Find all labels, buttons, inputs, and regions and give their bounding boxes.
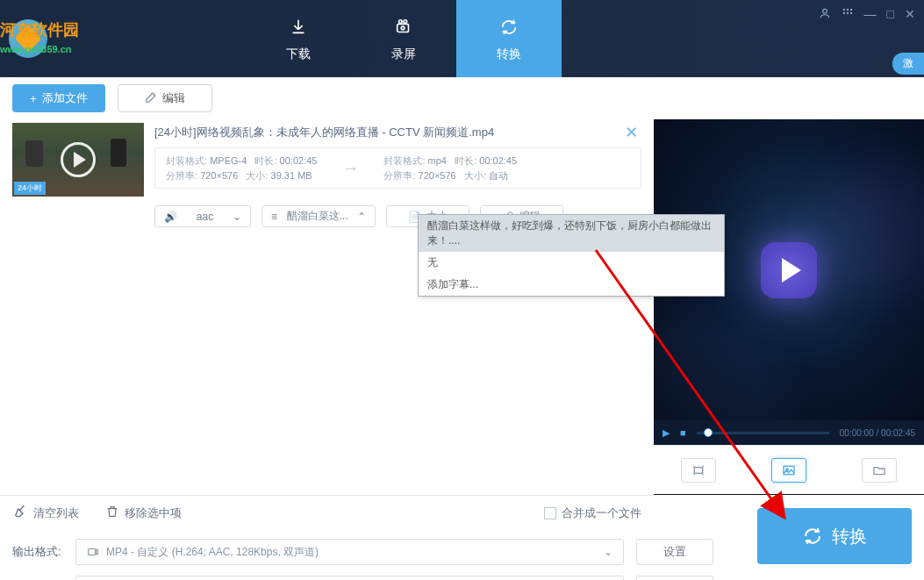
dest-meta: 封装格式: mp4 时长: 00:02:45 分辨率: 720×576 大小: … <box>383 154 517 183</box>
remove-selected-button[interactable]: 移除选中项 <box>105 505 182 521</box>
window-controls: — □ ✕ <box>819 7 915 22</box>
subtitle-dropdown-panel: 醋溜白菜这样做，好吃到爆，还特别下饭，厨房小白都能做出来！.... 无 添加字幕… <box>418 214 725 297</box>
play-overlay-icon <box>61 142 96 177</box>
tab-record-label: 录屏 <box>391 47 416 62</box>
minimize-icon[interactable]: — <box>864 7 877 22</box>
broom-icon <box>12 504 28 522</box>
progress-bar[interactable] <box>697 432 829 434</box>
list-footer: 清空列表 移除选中项 合并成一个文件 <box>0 495 654 530</box>
svg-rect-0 <box>398 24 409 32</box>
svg-point-7 <box>849 9 851 11</box>
arrow-right-icon: → <box>341 158 359 178</box>
svg-point-2 <box>404 19 407 23</box>
toolbar: + 添加文件 编辑 <box>0 77 924 119</box>
svg-point-8 <box>842 12 844 14</box>
player-controls: ▶ ■ 00:00:00 / 00:02:45 <box>654 420 924 445</box>
edit-button[interactable]: 编辑 <box>118 84 212 112</box>
svg-point-5 <box>842 9 844 11</box>
dropdown-option[interactable]: 醋溜白菜这样做，好吃到爆，还特别下饭，厨房小白都能做出来！.... <box>419 215 724 252</box>
refresh-icon <box>802 526 823 547</box>
open-button[interactable]: 打开 <box>636 576 713 580</box>
file-item[interactable]: 24小时 [24小时]网络视频乱象：未成年人的网络直播 - CCTV 新闻频道.… <box>12 123 641 197</box>
svg-point-4 <box>822 9 827 13</box>
fullscreen-button[interactable] <box>681 458 716 483</box>
subtitle-dropdown[interactable]: ≡ 醋溜白菜这... ⌃ <box>261 205 376 227</box>
tab-download[interactable]: 下载 <box>246 0 351 77</box>
preview-panel: ▶ ■ 00:00:00 / 00:02:45 <box>654 119 924 495</box>
svg-point-1 <box>399 19 403 23</box>
video-icon <box>87 546 99 558</box>
settings-button[interactable]: 设置 <box>636 539 713 565</box>
watermark-line2: www.pc0359.cn <box>0 44 72 54</box>
clear-list-button[interactable]: 清空列表 <box>12 504 79 522</box>
stop-button[interactable]: ■ <box>680 427 686 438</box>
file-list: 24小时 [24小时]网络视频乱象：未成年人的网络直播 - CCTV 新闻频道.… <box>0 119 654 495</box>
chevron-down-icon: ⌄ <box>233 211 241 223</box>
menu-icon[interactable] <box>842 7 854 22</box>
edit-label: 编辑 <box>162 90 185 106</box>
wand-icon <box>145 91 157 106</box>
play-button[interactable]: ▶ <box>663 427 670 439</box>
tab-convert-label: 转换 <box>497 47 521 62</box>
user-icon[interactable] <box>819 7 831 22</box>
nav-tabs: 下载 录屏 转换 <box>246 0 562 77</box>
record-icon <box>394 16 413 43</box>
logo-area: 河东软件园 www.pc0359.cn <box>0 19 158 58</box>
svg-rect-11 <box>695 467 703 473</box>
watermark-line1: 河东软件园 <box>0 21 79 39</box>
time-display: 00:00:00 / 00:02:45 <box>840 428 915 438</box>
video-thumbnail[interactable]: 24小时 <box>12 123 144 197</box>
tab-download-label: 下载 <box>286 47 311 62</box>
convert-button[interactable]: 转换 <box>757 508 912 564</box>
source-meta: 封装格式: MPEG-4 时长: 00:02:45 分辨率: 720×576 大… <box>166 154 317 183</box>
svg-point-10 <box>849 12 851 14</box>
chevron-up-icon: ⌃ <box>357 211 366 223</box>
dropdown-option[interactable]: 无 <box>419 252 724 274</box>
output-format-label: 输出格式: <box>12 544 63 560</box>
thumb-label: 24小时 <box>14 182 46 195</box>
svg-point-9 <box>846 12 848 14</box>
content-area: 24小时 [24小时]网络视频乱象：未成年人的网络直播 - CCTV 新闻频道.… <box>0 119 924 495</box>
preview-play-icon <box>761 242 817 298</box>
add-file-label: 添加文件 <box>42 90 88 106</box>
plus-icon: + <box>30 92 37 105</box>
output-dir-input[interactable]: D:\tools\桌面\文件 <box>75 576 624 580</box>
tab-convert[interactable]: 转换 <box>456 0 562 77</box>
output-format-select[interactable]: MP4 - 自定义 (H.264; AAC, 128Kbps, 双声道) ⌄ <box>75 539 624 565</box>
download-icon <box>289 16 308 43</box>
close-icon[interactable]: ✕ <box>905 7 915 22</box>
add-file-button[interactable]: + 添加文件 <box>12 84 105 112</box>
preview-tools <box>654 445 924 494</box>
folder-button[interactable] <box>862 458 897 483</box>
file-info: [24小时]网络视频乱象：未成年人的网络直播 - CCTV 新闻频道.mp4 封… <box>154 123 641 197</box>
trash-icon <box>105 505 119 521</box>
maximize-icon[interactable]: □ <box>887 7 894 22</box>
file-meta: 封装格式: MPEG-4 时长: 00:02:45 分辨率: 720×576 大… <box>154 147 641 189</box>
tab-record[interactable]: 录屏 <box>351 0 456 77</box>
subtitle-icon: ≡ <box>271 211 277 223</box>
audio-dropdown[interactable]: 🔊 aac ⌄ <box>154 205 251 227</box>
snapshot-button[interactable] <box>771 458 806 483</box>
chevron-down-icon: ⌄ <box>604 546 612 558</box>
activate-button[interactable]: 激 <box>892 53 924 75</box>
remove-file-icon[interactable]: ✕ <box>625 123 638 142</box>
svg-point-3 <box>401 26 405 30</box>
app-header: 河东软件园 www.pc0359.cn 下载 录屏 转换 <box>0 0 924 77</box>
convert-icon <box>499 16 519 43</box>
dropdown-option[interactable]: 添加字幕... <box>419 274 724 296</box>
merge-option[interactable]: 合并成一个文件 <box>544 505 641 521</box>
svg-rect-14 <box>89 549 96 555</box>
merge-checkbox[interactable] <box>544 507 556 519</box>
file-title: [24小时]网络视频乱象：未成年人的网络直播 - CCTV 新闻频道.mp4 <box>154 123 641 147</box>
watermark: 河东软件园 www.pc0359.cn <box>0 19 79 40</box>
svg-point-6 <box>846 9 848 11</box>
audio-icon: 🔊 <box>164 211 177 223</box>
progress-thumb[interactable] <box>704 428 713 437</box>
